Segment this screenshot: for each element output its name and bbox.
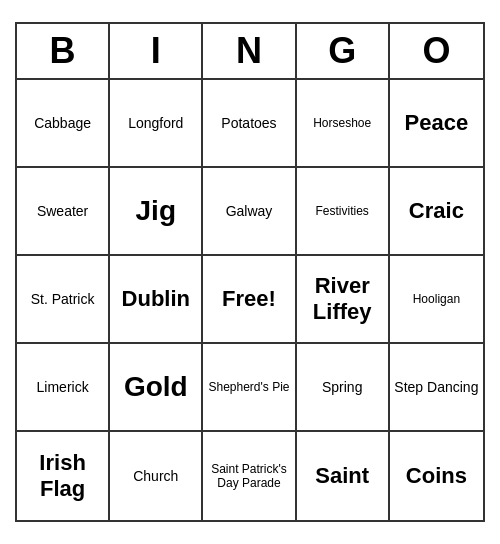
bingo-cell: Spring — [297, 344, 390, 432]
header-letter: G — [297, 24, 390, 78]
bingo-cell: Festivities — [297, 168, 390, 256]
bingo-cell: Dublin — [110, 256, 203, 344]
header-letter: I — [110, 24, 203, 78]
bingo-cell: Jig — [110, 168, 203, 256]
bingo-cell: Step Dancing — [390, 344, 483, 432]
bingo-cell: Saint — [297, 432, 390, 520]
bingo-cell: Church — [110, 432, 203, 520]
bingo-cell: Hooligan — [390, 256, 483, 344]
header-letter: O — [390, 24, 483, 78]
bingo-cell: Galway — [203, 168, 296, 256]
bingo-cell: Longford — [110, 80, 203, 168]
bingo-cell: Horseshoe — [297, 80, 390, 168]
bingo-cell: St. Patrick — [17, 256, 110, 344]
header-letter: N — [203, 24, 296, 78]
bingo-grid: CabbageLongfordPotatoesHorseshoePeaceSwe… — [17, 80, 483, 520]
bingo-cell: Limerick — [17, 344, 110, 432]
bingo-cell: Cabbage — [17, 80, 110, 168]
bingo-cell: Irish Flag — [17, 432, 110, 520]
bingo-cell: Saint Patrick's Day Parade — [203, 432, 296, 520]
bingo-cell: Sweater — [17, 168, 110, 256]
bingo-cell: Potatoes — [203, 80, 296, 168]
bingo-cell: Coins — [390, 432, 483, 520]
bingo-header: BINGO — [17, 24, 483, 80]
header-letter: B — [17, 24, 110, 78]
bingo-cell: River Liffey — [297, 256, 390, 344]
bingo-cell: Free! — [203, 256, 296, 344]
bingo-cell: Shepherd's Pie — [203, 344, 296, 432]
bingo-cell: Gold — [110, 344, 203, 432]
bingo-cell: Craic — [390, 168, 483, 256]
bingo-cell: Peace — [390, 80, 483, 168]
bingo-card: BINGO CabbageLongfordPotatoesHorseshoePe… — [15, 22, 485, 522]
